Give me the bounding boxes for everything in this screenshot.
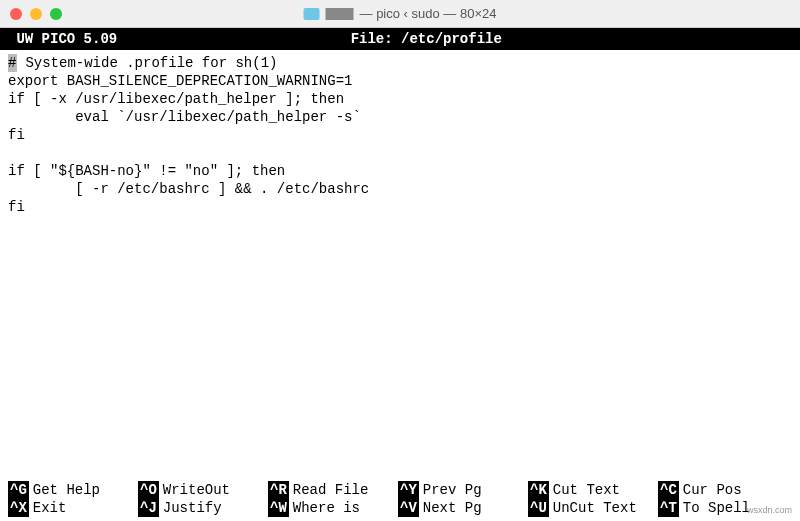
window-titlebar: — pico ‹ sudo — 80×24 — [0, 0, 800, 28]
help-label: Where is — [293, 499, 360, 517]
help-item[interactable]: ^KCut Text — [528, 481, 658, 499]
help-key: ^U — [528, 499, 549, 517]
watermark: wsxdn.com — [747, 505, 792, 515]
help-item[interactable]: ^XExit — [8, 499, 138, 517]
editor-area[interactable]: # System-wide .profile for sh(1)export B… — [0, 50, 800, 238]
editor-status-bar: UW PICO 5.09 File: /etc/profile — [0, 28, 800, 50]
help-key: ^R — [268, 481, 289, 499]
help-item[interactable]: ^UUnCut Text — [528, 499, 658, 517]
zoom-icon[interactable] — [50, 8, 62, 20]
editor-line: [ -r /etc/bashrc ] && . /etc/bashrc — [8, 180, 792, 198]
help-row: ^XExit^JJustify^WWhere is^VNext Pg^UUnCu… — [8, 499, 792, 517]
editor-line: eval `/usr/libexec/path_helper -s` — [8, 108, 792, 126]
help-bar: ^GGet Help^OWriteOut^RRead File^YPrev Pg… — [0, 481, 800, 521]
help-label: Cur Pos — [683, 481, 742, 499]
help-label: Cut Text — [553, 481, 620, 499]
help-key: ^K — [528, 481, 549, 499]
help-label: Prev Pg — [423, 481, 482, 499]
help-row: ^GGet Help^OWriteOut^RRead File^YPrev Pg… — [8, 481, 792, 499]
help-key: ^O — [138, 481, 159, 499]
help-item[interactable]: ^VNext Pg — [398, 499, 528, 517]
help-key: ^V — [398, 499, 419, 517]
help-label: Justify — [163, 499, 222, 517]
editor-line — [8, 216, 792, 234]
help-label: UnCut Text — [553, 499, 637, 517]
help-key: ^J — [138, 499, 159, 517]
help-label: Next Pg — [423, 499, 482, 517]
help-item[interactable]: ^CCur Pos — [658, 481, 788, 499]
editor-line: if [ -x /usr/libexec/path_helper ]; then — [8, 90, 792, 108]
help-label: Exit — [33, 499, 67, 517]
cursor: # — [8, 54, 17, 72]
help-item[interactable]: ^RRead File — [268, 481, 398, 499]
help-item[interactable]: ^GGet Help — [8, 481, 138, 499]
help-key: ^C — [658, 481, 679, 499]
help-key: ^Y — [398, 481, 419, 499]
file-label: File: /etc/profile — [351, 30, 502, 48]
folder-icon — [304, 8, 320, 20]
help-item[interactable]: ^OWriteOut — [138, 481, 268, 499]
path-segment-icon — [326, 8, 354, 20]
window-title-text: — pico ‹ sudo — 80×24 — [360, 6, 497, 21]
help-item[interactable]: ^WWhere is — [268, 499, 398, 517]
help-key: ^T — [658, 499, 679, 517]
editor-line: # System-wide .profile for sh(1) — [8, 54, 792, 72]
help-label: Read File — [293, 481, 369, 499]
editor-line — [8, 144, 792, 162]
minimize-icon[interactable] — [30, 8, 42, 20]
app-name: UW PICO 5.09 — [8, 30, 126, 48]
help-key: ^G — [8, 481, 29, 499]
close-icon[interactable] — [10, 8, 22, 20]
editor-line: fi — [8, 126, 792, 144]
editor-line: if [ "${BASH-no}" != "no" ]; then — [8, 162, 792, 180]
help-label: WriteOut — [163, 481, 230, 499]
help-item[interactable]: ^YPrev Pg — [398, 481, 528, 499]
editor-line: fi — [8, 198, 792, 216]
help-key: ^X — [8, 499, 29, 517]
help-label: To Spell — [683, 499, 750, 517]
traffic-lights — [10, 8, 62, 20]
help-item[interactable]: ^JJustify — [138, 499, 268, 517]
window-title: — pico ‹ sudo — 80×24 — [304, 6, 497, 21]
help-label: Get Help — [33, 481, 100, 499]
editor-line: export BASH_SILENCE_DEPRECATION_WARNING=… — [8, 72, 792, 90]
help-key: ^W — [268, 499, 289, 517]
